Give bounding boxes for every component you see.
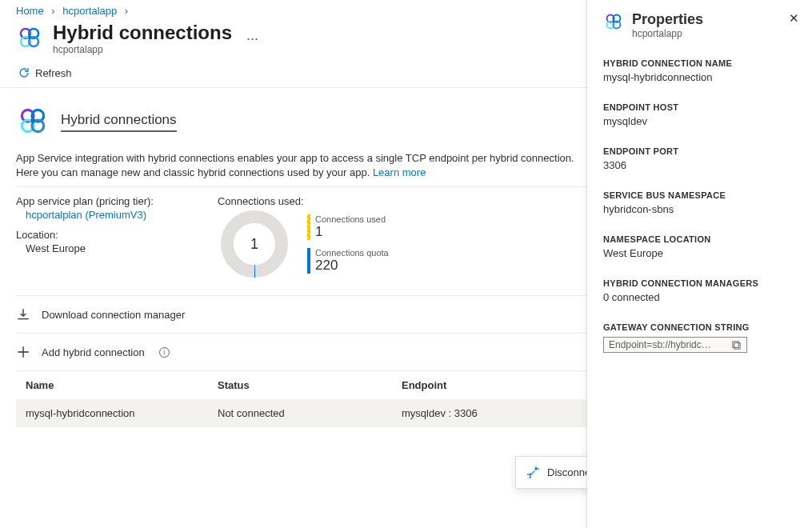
prop-value-sbns: hybridcon-sbns	[603, 203, 796, 215]
breadcrumb-home[interactable]: Home	[16, 5, 44, 17]
hybrid-connections-icon	[603, 11, 624, 34]
plus-icon	[16, 345, 30, 359]
chevron-right-icon: ›	[125, 5, 128, 17]
col-status[interactable]: Status	[218, 379, 402, 391]
refresh-icon	[18, 66, 30, 79]
prop-label-conn-name: HYBRID CONNECTION NAME	[603, 58, 796, 68]
section-title: Hybrid connections	[61, 112, 177, 132]
prop-label-host: ENDPOINT HOST	[603, 102, 796, 112]
more-menu-icon[interactable]: ···	[242, 30, 263, 47]
used-value: 1	[315, 224, 322, 239]
prop-label-mgrs: HYBRID CONNECTION MANAGERS	[603, 278, 796, 288]
prop-value-port: 3306	[603, 159, 796, 171]
prop-label-sbns: SERVICE BUS NAMESPACE	[603, 190, 796, 200]
connections-used-label: Connections used:	[218, 195, 389, 207]
properties-subtitle: hcportalapp	[632, 28, 703, 39]
svg-rect-7	[733, 341, 738, 346]
breadcrumb-app[interactable]: hcportalapp	[62, 5, 117, 17]
hybrid-connections-icon	[16, 24, 43, 54]
prop-value-host: mysqldev	[603, 115, 796, 127]
hybrid-connections-icon	[16, 104, 50, 140]
download-icon	[16, 307, 30, 322]
description-text: App Service integration with hybrid conn…	[16, 151, 576, 180]
cell-name: mysql-hybridconnection	[26, 407, 218, 419]
quota-value: 220	[315, 258, 338, 273]
refresh-button[interactable]: Refresh	[18, 66, 72, 79]
chevron-right-icon: ›	[51, 5, 54, 17]
prop-label-port: ENDPOINT PORT	[603, 146, 796, 156]
col-name[interactable]: Name	[26, 379, 218, 391]
location-label: Location:	[16, 229, 154, 241]
plan-link[interactable]: hcportalplan (PremiumV3)	[26, 209, 146, 221]
prop-value-conn-name: mysql-hybridconnection	[603, 71, 796, 83]
page-title: Hybrid connections	[53, 22, 232, 44]
used-label: Connections used	[315, 214, 386, 224]
quota-label: Connections quota	[315, 248, 389, 258]
donut-center-value: 1	[218, 207, 291, 281]
prop-value-mgrs: 0 connected	[603, 291, 796, 303]
cell-status: Not connected	[218, 407, 402, 419]
prop-value-nsloc: West Europe	[603, 247, 796, 259]
close-icon[interactable]: ✕	[789, 11, 799, 26]
info-icon[interactable]: i	[159, 347, 170, 358]
quota-bar-icon	[307, 248, 310, 274]
used-bar-icon	[307, 214, 310, 240]
disconnect-icon	[527, 466, 539, 478]
gateway-connection-string[interactable]: Endpoint=sb://hybridc…	[603, 337, 747, 353]
properties-pane: ✕ Properties hcportalapp HYBRID CONNECTI…	[586, 0, 812, 528]
learn-more-link[interactable]: Learn more	[373, 166, 426, 178]
prop-label-nsloc: NAMESPACE LOCATION	[603, 234, 796, 244]
usage-donut: 1	[218, 207, 291, 281]
svg-rect-6	[734, 342, 740, 348]
properties-title: Properties	[632, 11, 703, 28]
page-subtitle: hcportalapp	[53, 44, 232, 55]
copy-icon[interactable]	[731, 340, 742, 350]
prop-label-gcs: GATEWAY CONNECTION STRING	[603, 322, 796, 332]
location-value: West Europe	[16, 242, 154, 254]
plan-label: App service plan (pricing tier):	[16, 195, 154, 207]
